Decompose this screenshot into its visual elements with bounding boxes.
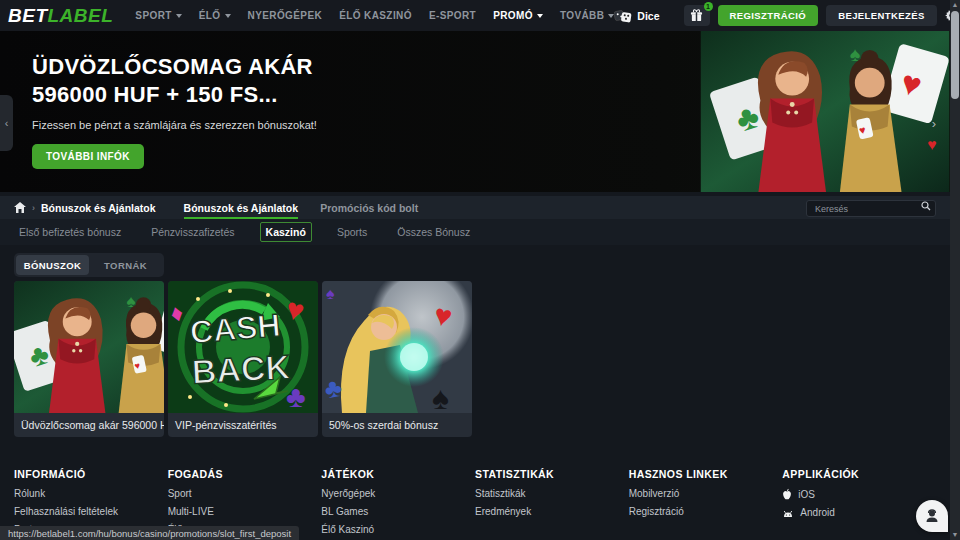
subtab-sports[interactable]: Sports: [332, 223, 372, 241]
breadcrumb-current[interactable]: Bónuszok és Ajánlatok: [41, 202, 156, 214]
bonus-filter-tabs: Első befizetés bónusz Pénzvisszafizetés …: [0, 219, 950, 245]
subtab-osszes-bonusz[interactable]: Összes Bónusz: [392, 223, 475, 241]
chevron-down-icon: [225, 14, 231, 18]
card-caption: VIP-pénzvisszatérítés: [168, 413, 318, 437]
nav-item-sport[interactable]: SPORT: [135, 10, 181, 21]
footer-link-ios[interactable]: iOS: [782, 488, 936, 500]
svg-text:♠: ♠: [432, 380, 449, 413]
footer-link-nyerogepek[interactable]: Nyerőgépek: [321, 488, 475, 499]
promo-hero-banner[interactable]: ÜDVÖZLŐCSOMAG AKÁR 596000 HUF + 150 FS..…: [0, 31, 950, 192]
dice-game-link[interactable]: Dice: [614, 8, 659, 24]
footer-link-elo-kaszino[interactable]: Élő Kaszinó: [321, 524, 475, 535]
footer-link-bl-games[interactable]: BL Games: [321, 506, 475, 517]
footer-link-multi-live[interactable]: Multi-LIVE: [168, 506, 322, 517]
nav-item-promo[interactable]: PROMÓ: [493, 10, 543, 21]
home-icon[interactable]: [14, 202, 26, 213]
footer-col-statisztikak: STATISZTIKÁK Statisztikák Eredmények: [475, 468, 629, 540]
footer-col-jatekok: JÁTÉKOK Nyerőgépek BL Games Élő Kaszinó: [321, 468, 475, 540]
tab-bonuszok-es-ajanlatok[interactable]: Bónuszok és Ajánlatok: [184, 196, 299, 219]
footer-link-statisztikak[interactable]: Statisztikák: [475, 488, 629, 499]
dice-label: Dice: [637, 10, 659, 22]
register-button[interactable]: REGISZTRÁCIÓ: [718, 5, 819, 26]
gift-icon: [690, 9, 703, 22]
footer-col-applikaciok: APPLIKÁCIÓK iOS Android: [782, 468, 936, 540]
top-navigation-bar: BETLABEL SPORT ÉLŐ NYERŐGÉPEK ÉLŐ KASZIN…: [0, 0, 950, 31]
breadcrumb: › Bónuszok és Ajánlatok: [14, 202, 156, 214]
hero-title: ÜDVÖZLŐCSOMAG AKÁR 596000 HUF + 150 FS..…: [32, 53, 317, 109]
scroll-up-arrow[interactable]: ▲: [950, 0, 960, 10]
page-tabs: Bónuszok és Ajánlatok Promóciós kód bolt: [184, 196, 419, 219]
bonus-card-wednesday-bonus[interactable]: ♥ ♠ ♣ ♠ 50%-os szerdai bónusz: [322, 281, 472, 437]
footer-link-android[interactable]: Android: [782, 507, 936, 518]
betlabel-logo[interactable]: BETLABEL: [8, 5, 113, 27]
link-status-bar: https://betlabel1.com/hu/bonus/casino/pr…: [0, 526, 299, 540]
logo-text-label: LABEL: [48, 5, 114, 26]
breadcrumb-separator: ›: [32, 203, 35, 213]
logo-text-bet: BET: [8, 5, 48, 26]
cashback-card-image: CASH BACK ♥ ♣ ♦: [168, 281, 318, 413]
toggle-bonuszok[interactable]: BÓNUSZOK: [16, 255, 89, 275]
subtab-elso-befizetes-bonusz[interactable]: Első befizetés bónusz: [14, 223, 126, 241]
svg-text:♠: ♠: [326, 285, 335, 302]
nav-item-elo-kaszino[interactable]: ÉLŐ KASZINÓ: [339, 10, 412, 21]
nav-item-nyerogepek[interactable]: NYERŐGÉPEK: [248, 10, 323, 21]
subtab-penzvisszafizetes[interactable]: Pénzvisszafizetés: [146, 223, 239, 241]
footer-link-felhasznalasi-feltetelek[interactable]: Felhasználási feltételek: [14, 506, 168, 517]
tab-promocios-kod-bolt[interactable]: Promóciós kód bolt: [320, 196, 418, 219]
svg-text:♣: ♣: [286, 380, 306, 413]
footer-link-eredmenyek[interactable]: Eredmények: [475, 506, 629, 517]
wednesday-bonus-card-image: ♥ ♠ ♣ ♠: [322, 281, 472, 413]
footer-link-rolunk[interactable]: Rólunk: [14, 488, 168, 499]
carousel-next-button[interactable]: ›: [932, 116, 936, 131]
bonus-card-grid: Üdvözlőcsomag akár 596000 HU... CASH BAC…: [14, 281, 472, 437]
chevron-down-icon: [537, 14, 543, 18]
nav-item-esport[interactable]: E-SPORT: [429, 10, 476, 21]
support-chat-button[interactable]: [916, 500, 948, 532]
card-caption: 50%-os szerdai bónusz: [322, 413, 472, 437]
footer-link-sport[interactable]: Sport: [168, 488, 322, 499]
login-button[interactable]: BEJELENTKEZÉS: [826, 5, 937, 26]
bonus-card-vip-cashback[interactable]: CASH BACK ♥ ♣ ♦ VIP-pénzvisszatérítés: [168, 281, 318, 437]
main-nav: SPORT ÉLŐ NYERŐGÉPEK ÉLŐ KASZINÓ E-SPORT…: [135, 10, 614, 21]
support-agent-icon: [924, 508, 940, 524]
search-input[interactable]: [806, 200, 936, 217]
hero-subtitle: Fizessen be pénzt a számlájára és szerez…: [32, 119, 317, 131]
card-caption: Üdvözlőcsomag akár 596000 HU...: [14, 413, 164, 437]
hero-text-block: ÜDVÖZLŐCSOMAG AKÁR 596000 HUF + 150 FS..…: [32, 53, 317, 169]
bonus-card-welcome-package[interactable]: Üdvözlőcsomag akár 596000 HU...: [14, 281, 164, 437]
scroll-down-arrow[interactable]: ▼: [950, 530, 960, 540]
dice-icon: [614, 8, 632, 24]
page-scrollbar[interactable]: ▲ ▼: [950, 0, 960, 540]
footer-col-hasznos-linkek: HASZNOS LINKEK Mobilverzió Regisztráció: [629, 468, 783, 540]
breadcrumb-tabs-bar: › Bónuszok és Ajánlatok Bónuszok és Aján…: [0, 196, 950, 219]
search-box: [806, 198, 936, 218]
android-icon: [782, 508, 794, 518]
more-info-button[interactable]: TOVÁBBI INFÓK: [32, 144, 144, 169]
apple-icon: [782, 488, 792, 500]
search-icon[interactable]: [921, 201, 931, 211]
hero-banner-image: [700, 31, 950, 192]
betlabel-page: BETLABEL SPORT ÉLŐ NYERŐGÉPEK ÉLŐ KASZIN…: [0, 0, 960, 540]
header-right-controls: Dice 1 REGISZTRÁCIÓ BEJELENTKEZÉS: [614, 5, 960, 26]
bonus-torna-toggle: BÓNUSZOK TORNÁK: [14, 253, 164, 277]
carousel-prev-button[interactable]: ‹: [0, 95, 13, 151]
scrollbar-thumb[interactable]: [951, 11, 959, 99]
promotions-gift-button[interactable]: 1: [684, 5, 710, 26]
nav-item-elo[interactable]: ÉLŐ: [199, 10, 231, 21]
welcome-package-card-image: [14, 281, 164, 413]
nav-item-tovabb[interactable]: TOVÁBB: [560, 10, 614, 21]
chevron-down-icon: [176, 14, 182, 18]
footer-link-regisztracio[interactable]: Regisztráció: [629, 506, 783, 517]
subtab-kaszino[interactable]: Kaszinó: [260, 222, 312, 242]
footer-link-mobilverzio[interactable]: Mobilverzió: [629, 488, 783, 499]
gift-badge: 1: [704, 2, 713, 11]
toggle-tornak[interactable]: TORNÁK: [89, 255, 162, 275]
